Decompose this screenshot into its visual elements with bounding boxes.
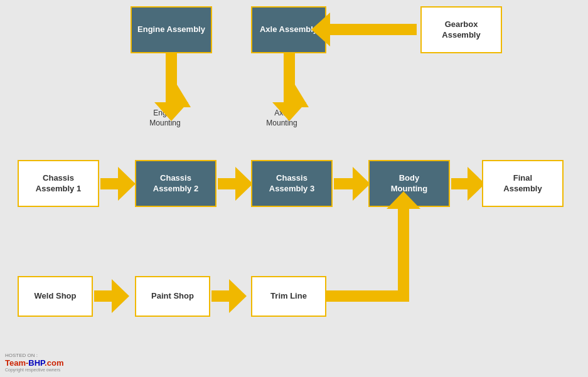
chassis-assembly-1-box: ChassisAssembly 1 bbox=[18, 160, 99, 207]
logo-hosted-text: HOSTED ON : bbox=[5, 353, 63, 358]
body-to-final-body bbox=[451, 178, 469, 189]
chassis-assembly-2-box: ChassisAssembly 2 bbox=[135, 160, 216, 207]
weld-shop-box: Weld Shop bbox=[18, 276, 93, 317]
trim-to-body-horiz bbox=[326, 290, 409, 302]
engine-down-arrow-head bbox=[154, 102, 188, 121]
gearbox-to-axle-arrow-head bbox=[311, 13, 330, 46]
axle-down-arrow-body bbox=[284, 53, 295, 104]
paint-to-trim-body bbox=[211, 290, 230, 302]
axle-down-arrow-head bbox=[272, 102, 306, 121]
logo: HOSTED ON : Team-BHP.com Copyright respe… bbox=[5, 353, 63, 372]
chassis1-to-chassis2-body bbox=[100, 178, 119, 189]
chassis3-to-body-head bbox=[353, 167, 370, 201]
gearbox-assembly-box: Gearbox Assembly bbox=[420, 6, 502, 53]
weld-to-paint-body bbox=[94, 290, 113, 302]
trim-to-body-vert bbox=[398, 208, 409, 292]
engine-down-arrow-body bbox=[166, 53, 177, 104]
chassis2-to-chassis3-head bbox=[235, 167, 253, 201]
logo-copyright: Copyright respective owners bbox=[5, 368, 63, 372]
chassis3-to-body-body bbox=[334, 178, 354, 189]
paint-shop-box: Paint Shop bbox=[135, 276, 210, 317]
weld-to-paint-head bbox=[112, 279, 129, 313]
assembly-diagram: Engine Assembly Axle Assembly Gearbox As… bbox=[0, 0, 588, 377]
chassis-assembly-3-box: ChassisAssembly 3 bbox=[251, 160, 333, 207]
paint-to-trim-head bbox=[229, 279, 247, 313]
gearbox-to-axle-arrow-body bbox=[329, 24, 417, 35]
trim-to-body-head bbox=[387, 191, 420, 209]
final-assembly-box: FinalAssembly bbox=[482, 160, 564, 207]
engine-assembly-box: Engine Assembly bbox=[131, 6, 212, 53]
chassis1-to-chassis2-head bbox=[118, 167, 136, 201]
logo-name: Team-BHP.com bbox=[5, 358, 63, 368]
chassis2-to-chassis3-body bbox=[218, 178, 237, 189]
trim-line-box: Trim Line bbox=[251, 276, 326, 317]
